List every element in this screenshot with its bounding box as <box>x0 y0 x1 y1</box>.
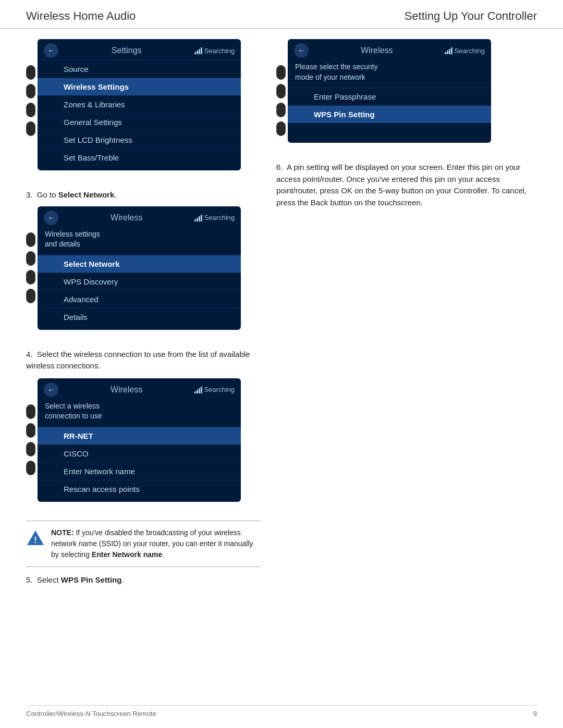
note-bold: NOTE: <box>51 528 74 537</box>
menu-item-rescan[interactable]: Rescan access points <box>38 480 241 498</box>
screen-header-4: ← Wireless Searching <box>288 39 491 60</box>
device-wrapper-2: ← Wireless Searching Wireless <box>26 206 261 339</box>
menu-item-advanced[interactable]: Advanced <box>38 290 241 308</box>
screen-subtitle-3: Select a wirelessconnection to use <box>38 399 241 427</box>
signal-bar <box>201 215 202 221</box>
signal-bar <box>449 49 450 54</box>
searching-text-2: Searching <box>204 214 235 221</box>
menu-item-zones[interactable]: Zones & Libraries <box>38 95 241 113</box>
note-text: NOTE: If you've disabled the broadcastin… <box>51 527 261 560</box>
device-wrapper-3: ← Wireless Searching Select a <box>26 378 261 511</box>
menu-item-enter-network[interactable]: Enter Network name <box>38 462 241 480</box>
side-button[interactable] <box>26 84 35 98</box>
signal-bar <box>199 49 200 54</box>
side-button[interactable] <box>26 289 35 303</box>
screen-body-1: Source Wireless Settings Zones & Librari… <box>38 60 241 170</box>
back-button-1[interactable]: ← <box>44 43 58 58</box>
side-buttons-3 <box>26 378 35 475</box>
screen-signal-3: Searching <box>194 386 235 393</box>
menu-item-rr-net[interactable]: RR-NET <box>38 427 241 445</box>
signal-bar <box>194 391 196 393</box>
signal-bar <box>199 388 200 393</box>
signal-bars-3 <box>194 386 202 393</box>
signal-bar <box>201 47 202 54</box>
step3-bold: Select Network <box>58 190 115 199</box>
step-4-text: 4. Select the wireless connection to use… <box>26 349 261 372</box>
side-button[interactable] <box>276 103 286 117</box>
device-screen-1: ← Settings Searching Source <box>38 39 241 170</box>
screen-subtitle-4: Please select the securitymode of your n… <box>288 60 491 88</box>
signal-bar <box>197 390 198 393</box>
signal-bar <box>194 219 196 221</box>
side-button[interactable] <box>26 461 35 475</box>
step-6-text: 6. A pin setting will be displayed on yo… <box>276 162 537 208</box>
screen-title-3: Wireless <box>111 385 142 394</box>
main-content: ← Settings Searching Source <box>0 29 563 601</box>
menu-item-general[interactable]: General Settings <box>38 113 241 131</box>
side-button[interactable] <box>26 423 35 438</box>
screen-body-4: Please select the securitymode of your n… <box>288 60 491 143</box>
side-buttons-2 <box>26 206 35 303</box>
device-screen-3: ← Wireless Searching Select a <box>38 378 241 502</box>
note-bold2: Enter Network name <box>92 550 162 559</box>
screen-body-3: Select a wirelessconnection to use RR-NE… <box>38 399 241 502</box>
side-button[interactable] <box>26 442 35 456</box>
menu-item-lcd[interactable]: Set LCD Brightness <box>38 131 241 149</box>
page-title-left: Wireless Home Audio <box>26 9 136 23</box>
side-button[interactable] <box>26 65 35 80</box>
signal-bar <box>201 387 202 393</box>
screen-title-4: Wireless <box>361 46 393 55</box>
side-button[interactable] <box>276 121 286 136</box>
menu-item-cisco[interactable]: CISCO <box>38 445 241 462</box>
back-button-3[interactable]: ← <box>44 382 58 397</box>
page-title-right: Setting Up Your Controller <box>405 9 537 23</box>
left-column: ← Settings Searching Source <box>26 39 261 591</box>
menu-item-bass[interactable]: Set Bass/Treble <box>38 149 241 166</box>
side-buttons-1 <box>26 39 35 136</box>
screen-title-2: Wireless <box>111 213 142 223</box>
menu-item-details[interactable]: Details <box>38 308 241 326</box>
screen-header-2: ← Wireless Searching <box>38 206 241 227</box>
menu-item-select-network[interactable]: Select Network <box>38 255 241 273</box>
signal-bar <box>197 218 198 221</box>
side-button[interactable] <box>26 121 35 136</box>
menu-item-wireless-settings[interactable]: Wireless Settings <box>38 78 241 95</box>
side-button[interactable] <box>26 251 35 266</box>
screen-title-1: Settings <box>112 46 142 55</box>
device-wrapper-1: ← Settings Searching Source <box>26 39 261 180</box>
side-button[interactable] <box>26 103 35 117</box>
back-button-2[interactable]: ← <box>44 211 58 225</box>
menu-item-source[interactable]: Source <box>38 60 241 78</box>
side-buttons-4 <box>276 39 286 136</box>
side-button[interactable] <box>26 270 35 285</box>
signal-bars-4 <box>445 47 452 54</box>
footer-right: 9 <box>533 710 537 718</box>
searching-text-4: Searching <box>454 47 485 55</box>
page-footer: Controller/Wireless-N Touchscreen Remote… <box>26 705 537 718</box>
signal-bar <box>199 216 200 221</box>
side-button[interactable] <box>276 65 286 80</box>
footer-left: Controller/Wireless-N Touchscreen Remote <box>26 710 156 718</box>
step-5-text: 5. Select WPS Pin Setting. <box>26 574 261 586</box>
menu-item-wps-discovery[interactable]: WPS Discovery <box>38 273 241 290</box>
back-button-4[interactable]: ← <box>294 43 309 58</box>
page-header: Wireless Home Audio Setting Up Your Cont… <box>0 0 563 29</box>
signal-bar <box>197 51 198 54</box>
side-button[interactable] <box>26 404 35 419</box>
menu-item-wps-pin[interactable]: WPS Pin Setting <box>288 105 491 123</box>
note-triangle-icon: ! <box>26 528 45 547</box>
screen-signal-2: Searching <box>194 214 235 221</box>
step5-bold: WPS Pin Setting <box>61 575 122 584</box>
svg-text:!: ! <box>34 536 36 545</box>
device-wrapper-4: ← Wireless Searching Please s <box>276 39 537 152</box>
device-screen-4: ← Wireless Searching Please s <box>288 39 491 143</box>
side-button[interactable] <box>26 232 35 247</box>
menu-item-enter-passphrase[interactable]: Enter Passphrase <box>288 88 491 105</box>
searching-text-1: Searching <box>204 47 235 55</box>
screen-spacer <box>288 123 491 139</box>
screen-signal-1: Searching <box>194 47 235 55</box>
searching-text-3: Searching <box>204 386 235 393</box>
signal-bars-1 <box>194 47 202 54</box>
screen-subtitle-2: Wireless settingsand details <box>38 227 241 255</box>
side-button[interactable] <box>276 84 286 98</box>
